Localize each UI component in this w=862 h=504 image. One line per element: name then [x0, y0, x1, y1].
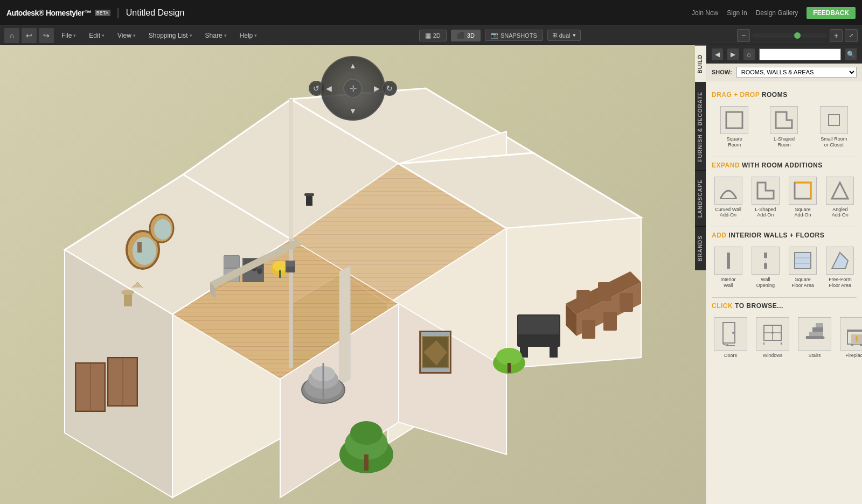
svg-marker-87 — [832, 183, 848, 199]
view-3d-button[interactable]: ⬛ 3D — [451, 30, 481, 41]
svg-rect-55 — [364, 454, 369, 471]
svg-marker-95 — [832, 253, 848, 269]
square-addon-label: SquareAdd-On — [795, 207, 811, 219]
svg-point-109 — [806, 336, 809, 339]
curved-wall-item[interactable]: Curved WallAdd-On — [712, 174, 745, 221]
help-menu[interactable]: Help ▾ — [234, 30, 263, 41]
rooms-grid: SquareRoom L-ShapedRoom — [712, 104, 857, 150]
walls-grid: InteriorWall WallOpening — [712, 244, 857, 291]
share-menu[interactable]: Share ▾ — [200, 30, 232, 41]
3d-icon: ⬛ — [457, 32, 465, 39]
l-shaped-room-item[interactable]: L-ShapedRoom — [761, 104, 807, 150]
browse-grid: Doors Windows — [712, 315, 857, 361]
top-bar: Autodesk® Homestyler™ BETA | Untitled De… — [0, 0, 862, 26]
sign-in-link[interactable]: Sign In — [727, 9, 747, 17]
view-2d-button[interactable]: ▦ 2D — [419, 30, 447, 41]
pan-up-button[interactable]: ▲ — [349, 61, 357, 70]
svg-point-115 — [860, 344, 862, 346]
feedback-button[interactable]: FEEDBACK — [807, 7, 856, 19]
svg-rect-113 — [847, 330, 862, 332]
home-button[interactable]: ⌂ — [4, 28, 19, 43]
stairs-item[interactable]: Stairs — [796, 315, 833, 361]
curved-wall-icon — [714, 177, 742, 205]
show-select[interactable]: ROOMS, WALLS & AREAS — [736, 67, 857, 78]
click-rest: TO BROWSE... — [735, 302, 783, 310]
navigation-controls: ↺ ▲ ▼ ◀ ▶ ✛ ↻ — [321, 56, 385, 121]
square-floor-item[interactable]: SquareFloor Area — [787, 244, 819, 291]
browse-header: CLICK TO BROWSE... — [712, 302, 857, 310]
small-room-label: Small Roomor Closet — [821, 136, 847, 148]
expand-rest: WITH ROOM ADDITIONS — [742, 162, 823, 169]
rotate-right-button[interactable]: ↻ — [382, 81, 397, 96]
panel-forward-button[interactable]: ▶ — [727, 48, 739, 60]
panel-search-button[interactable]: 🔍 — [845, 48, 857, 60]
drag-rest: ROOMS — [762, 91, 788, 99]
svg-rect-50 — [582, 320, 595, 339]
zoom-out-button[interactable]: − — [737, 29, 750, 42]
zoom-slider[interactable] — [752, 33, 828, 38]
nav-center[interactable]: ✛ — [343, 79, 363, 98]
redo-button[interactable]: ↪ — [39, 28, 54, 43]
zoom-in-button[interactable]: + — [830, 29, 843, 42]
l-shaped-room-label: L-ShapedRoom — [774, 136, 795, 148]
pan-left-button[interactable]: ◀ — [326, 84, 332, 93]
svg-point-114 — [851, 344, 853, 346]
furnish-decorate-tab[interactable]: FURNISH & DECORATE — [695, 82, 706, 171]
right-panel: ◀ ▶ ⌂ 🔍 SHOW: ROOMS, WALLS & AREAS DRAG … — [706, 45, 862, 504]
l-shaped-addon-item[interactable]: L-ShapedAdd-On — [749, 174, 782, 221]
panel-back-button[interactable]: ◀ — [712, 48, 723, 60]
click-keyword: CLICK — [712, 302, 733, 310]
svg-rect-61 — [286, 261, 295, 267]
zoom-thumb — [794, 32, 801, 39]
interior-wall-item[interactable]: InteriorWall — [712, 244, 745, 291]
pan-right-button[interactable]: ▶ — [374, 84, 380, 93]
brands-tab[interactable]: BRANDS — [695, 226, 706, 270]
beta-badge: BETA — [95, 10, 110, 16]
menu-right: − + ⤢ — [737, 29, 858, 42]
windows-item[interactable]: Windows — [754, 315, 791, 361]
windows-label: Windows — [763, 353, 783, 359]
drag-rooms-header: DRAG + DROP ROOMS — [712, 91, 857, 99]
build-tab[interactable]: BUILD — [695, 45, 706, 82]
square-room-item[interactable]: SquareRoom — [712, 104, 757, 150]
edit-menu[interactable]: Edit ▾ — [84, 30, 110, 41]
undo-button[interactable]: ↩ — [22, 28, 37, 43]
fullscreen-button[interactable]: ⤢ — [845, 29, 858, 42]
shopping-list-menu[interactable]: Shopping List ▾ — [143, 30, 198, 41]
menu-left: ⌂ ↩ ↪ File ▾ Edit ▾ View ▾ Shopping List… — [4, 28, 262, 43]
fireplaces-item[interactable]: Fireplaces — [838, 315, 862, 361]
small-room-item[interactable]: Small Roomor Closet — [811, 104, 857, 150]
file-menu[interactable]: File ▾ — [56, 30, 81, 41]
design-gallery-link[interactable]: Design Gallery — [756, 9, 798, 17]
panel-search-input[interactable] — [759, 48, 841, 60]
viewport[interactable]: ↺ ▲ ▼ ◀ ▶ ✛ ↻ — [0, 45, 706, 504]
join-now-link[interactable]: Join Now — [692, 9, 718, 17]
svg-rect-48 — [598, 282, 611, 301]
add-rest: INTERIOR WALLS + FLOORS — [728, 232, 824, 239]
square-room-icon — [720, 106, 748, 134]
freeform-floor-item[interactable]: Free-FormFloor Area — [824, 244, 857, 291]
additions-grid: Curved WallAdd-On L-ShapedAdd-On — [712, 174, 857, 221]
snapshots-button[interactable]: 📷 SNAPSHOTS — [485, 30, 543, 41]
2d-icon: ▦ — [425, 32, 431, 39]
dual-button[interactable]: ⊞ dual ▾ — [547, 30, 581, 41]
svg-rect-107 — [812, 327, 823, 332]
svg-rect-51 — [603, 312, 617, 331]
pan-down-button[interactable]: ▼ — [349, 107, 357, 115]
autodesk-logo: Autodesk® Homestyler™ BETA — [6, 9, 110, 17]
wall-opening-label: WallOpening — [756, 277, 775, 289]
svg-rect-58 — [279, 270, 281, 278]
view-menu[interactable]: View ▾ — [112, 30, 141, 41]
show-label: SHOW: — [712, 69, 732, 75]
l-shaped-addon-icon — [752, 177, 780, 205]
panel-home-button[interactable]: ⌂ — [743, 48, 755, 60]
angled-addon-item[interactable]: AngledAdd-On — [824, 174, 857, 221]
drag-keyword: DRAG + DROP — [712, 91, 760, 99]
svg-rect-41 — [518, 316, 559, 334]
svg-rect-67 — [123, 359, 136, 405]
doors-item[interactable]: Doors — [712, 315, 749, 361]
square-addon-item[interactable]: SquareAdd-On — [787, 174, 819, 221]
landscape-tab[interactable]: LANDSCAPE — [695, 170, 706, 226]
wall-opening-item[interactable]: WallOpening — [749, 244, 782, 291]
svg-rect-88 — [727, 253, 730, 269]
